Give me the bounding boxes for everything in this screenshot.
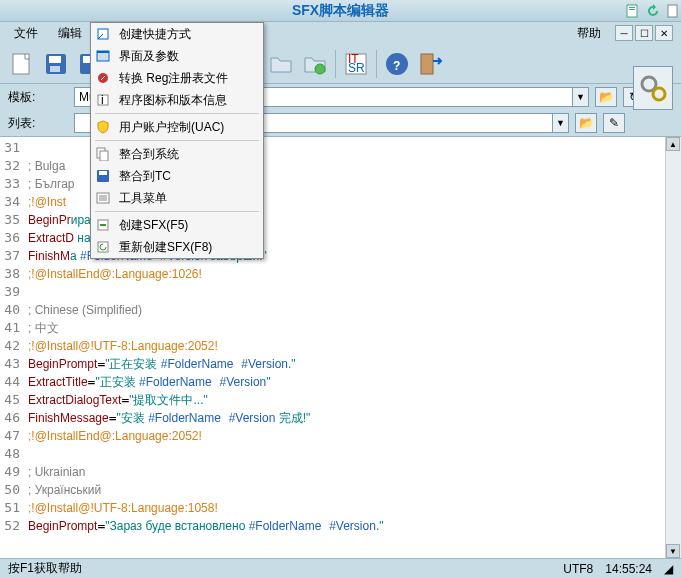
doc-icon[interactable] bbox=[625, 3, 641, 19]
svg-text:?: ? bbox=[393, 59, 400, 73]
tools-item-7[interactable]: 整合到系统 bbox=[91, 143, 263, 165]
info-icon: i bbox=[95, 92, 111, 108]
list-label: 列表: bbox=[8, 115, 68, 132]
exit-button[interactable] bbox=[415, 48, 447, 80]
svg-rect-20 bbox=[50, 66, 60, 72]
svg-rect-31 bbox=[421, 54, 433, 74]
build-icon bbox=[95, 217, 111, 233]
resize-grip-icon[interactable]: ◢ bbox=[664, 562, 673, 576]
reg-icon bbox=[95, 70, 111, 86]
refresh-icon[interactable] bbox=[645, 3, 661, 19]
template-label: 模板: bbox=[8, 89, 68, 106]
svg-text:SR: SR bbox=[348, 61, 365, 75]
copy-icon bbox=[95, 146, 111, 162]
tools-item-9[interactable]: 工具菜单 bbox=[91, 187, 263, 209]
menu-file[interactable]: 文件 bbox=[4, 22, 48, 45]
svg-rect-0 bbox=[627, 5, 637, 17]
close-button[interactable]: ✕ bbox=[655, 25, 673, 41]
svg-rect-6 bbox=[97, 51, 109, 53]
scroll-up-button[interactable]: ▲ bbox=[666, 137, 680, 151]
tools-item-5[interactable]: 用户账户控制(UAC) bbox=[91, 116, 263, 138]
svg-point-33 bbox=[653, 88, 665, 100]
shortcut-icon bbox=[95, 26, 111, 42]
folder2-button[interactable] bbox=[299, 48, 331, 80]
vscrollbar[interactable]: ▲ ▼ bbox=[665, 137, 681, 558]
svg-rect-11 bbox=[100, 151, 108, 161]
maximize-button[interactable]: ☐ bbox=[635, 25, 653, 41]
tools-item-3[interactable]: i程序图标和版本信息 bbox=[91, 89, 263, 111]
template-open-button[interactable]: 📂 bbox=[595, 87, 617, 107]
disk-icon bbox=[95, 168, 111, 184]
itsr-button[interactable]: ITSR bbox=[340, 48, 372, 80]
shield-icon bbox=[95, 119, 111, 135]
new-button[interactable] bbox=[6, 48, 38, 80]
folder-button[interactable] bbox=[265, 48, 297, 80]
save-button[interactable] bbox=[40, 48, 72, 80]
svg-text:i: i bbox=[101, 93, 104, 107]
tools-item-12[interactable]: 重新创建SFX(F8) bbox=[91, 236, 263, 258]
tools-item-8[interactable]: 整合到TC bbox=[91, 165, 263, 187]
page-icon[interactable] bbox=[665, 3, 681, 19]
status-encoding: UTF8 bbox=[563, 562, 593, 576]
tools-dropdown: 创建快捷方式界面及参数转换 Reg注册表文件i程序图标和版本信息用户账户控制(U… bbox=[90, 22, 264, 259]
tools-item-0[interactable]: 创建快捷方式 bbox=[91, 23, 263, 45]
menu-icon bbox=[95, 190, 111, 206]
svg-rect-3 bbox=[668, 5, 677, 17]
statusbar: 按F1获取帮助 UTF8 14:55:24 ◢ bbox=[0, 558, 681, 578]
svg-rect-19 bbox=[49, 56, 61, 63]
status-hint: 按F1获取帮助 bbox=[8, 560, 82, 577]
rebuild-icon bbox=[95, 239, 111, 255]
settings-button[interactable] bbox=[633, 66, 673, 110]
tools-item-11[interactable]: 创建SFX(F5) bbox=[91, 214, 263, 236]
status-time: 14:55:24 bbox=[605, 562, 652, 576]
svg-rect-13 bbox=[99, 171, 107, 175]
titlebar: SFX脚本编辑器 bbox=[0, 0, 681, 22]
svg-point-25 bbox=[315, 64, 325, 74]
list-edit-button[interactable]: ✎ bbox=[603, 113, 625, 133]
svg-rect-17 bbox=[13, 54, 29, 74]
scroll-down-button[interactable]: ▼ bbox=[666, 544, 680, 558]
window-icon bbox=[95, 48, 111, 64]
list-open-button[interactable]: 📂 bbox=[575, 113, 597, 133]
menu-help[interactable]: 帮助 bbox=[567, 22, 611, 45]
tools-item-2[interactable]: 转换 Reg注册表文件 bbox=[91, 67, 263, 89]
svg-rect-1 bbox=[629, 7, 635, 8]
line-gutter: 31 32 33 34 35 36 37 38 39 40 41 42 43 4… bbox=[0, 137, 24, 558]
menu-edit[interactable]: 编辑 bbox=[48, 22, 92, 45]
minimize-button[interactable]: ─ bbox=[615, 25, 633, 41]
help-button[interactable]: ? bbox=[381, 48, 413, 80]
window-title: SFX脚本编辑器 bbox=[292, 2, 389, 20]
tools-item-1[interactable]: 界面及参数 bbox=[91, 45, 263, 67]
title-icons bbox=[625, 3, 681, 19]
svg-rect-2 bbox=[629, 9, 635, 10]
